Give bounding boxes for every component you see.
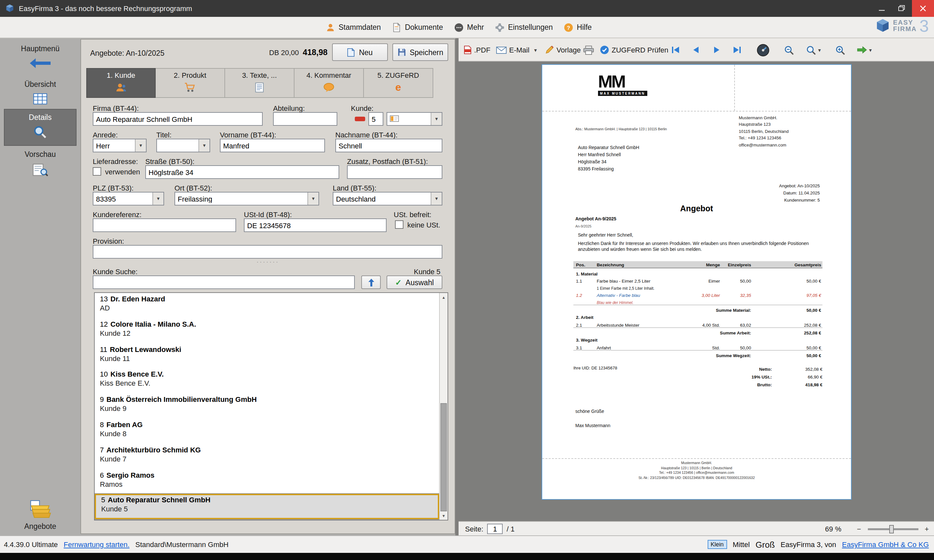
keine-ust-checkbox[interactable] — [395, 220, 404, 229]
list-item[interactable]: 8Farben AGKunde 8 — [95, 419, 439, 444]
list-item[interactable]: 11Robert LewandowskiKunde 11 — [95, 343, 439, 368]
neu-button[interactable]: Neu — [332, 43, 388, 61]
zoom-select-button[interactable]: ▼ — [801, 43, 827, 57]
menu-mehr[interactable]: Mehr — [454, 22, 484, 32]
kunde-number-field[interactable]: 5 — [368, 112, 383, 126]
menu-stammdaten[interactable]: Stammdaten — [325, 22, 381, 32]
splitter-handle[interactable]: ······· — [81, 260, 455, 264]
list-item[interactable]: 12Colore Italia - Milano S.A.Kunde 12 — [95, 318, 439, 343]
tab-label: 1. Kunde — [87, 71, 155, 79]
fontsize-klein-button[interactable]: Klein — [707, 540, 727, 549]
zugferd-check-button[interactable]: ZUGFeRD Prüfen — [600, 42, 668, 58]
kunde-suche-input[interactable] — [93, 275, 355, 289]
zoom-minus-icon[interactable]: − — [857, 525, 861, 533]
zoom-out-button[interactable] — [780, 43, 798, 57]
kundereferenz-label: Kundereferenz: — [93, 211, 142, 218]
menu-dokumente[interactable]: Dokumente — [392, 22, 443, 32]
minimize-button[interactable] — [872, 0, 892, 17]
ustid-input[interactable] — [244, 218, 387, 232]
tab-produkt[interactable]: 2. Produkt — [156, 68, 225, 98]
fontsize-mittel-button[interactable]: Mittel — [733, 540, 750, 548]
first-page-button[interactable] — [666, 43, 684, 57]
email-button[interactable]: E-Mail ▼ — [496, 42, 538, 58]
sidebar-details-item[interactable]: Details — [4, 109, 77, 146]
panel-splitter[interactable] — [455, 38, 459, 535]
close-button[interactable] — [912, 0, 934, 17]
firma-input[interactable] — [93, 112, 263, 126]
tab-zugferd[interactable]: 5. ZUGFeRD e — [364, 68, 433, 98]
previous-page-button[interactable] — [687, 43, 705, 57]
sort-up-button[interactable] — [361, 275, 381, 289]
chevron-down-icon: ▾ — [135, 139, 146, 152]
list-scrollbar[interactable]: ▲ ▼ — [439, 293, 447, 520]
anrede-combo[interactable]: Herr▾ — [93, 139, 146, 152]
tab-kommentar[interactable]: 4. Kommentar — [294, 68, 364, 98]
plz-combo[interactable]: 83395▾ — [93, 192, 164, 205]
provision-input[interactable] — [93, 245, 442, 258]
back-arrow-icon[interactable] — [0, 58, 80, 68]
grid-icon[interactable] — [0, 93, 80, 105]
maximize-button[interactable] — [892, 0, 912, 17]
speichern-button[interactable]: Speichern — [392, 43, 448, 61]
kunde-suche-label: Kunde Suche: — [93, 268, 137, 275]
tab-texte[interactable]: 3. Texte, ... — [225, 68, 294, 98]
angebote-folder-icon[interactable] — [0, 500, 80, 519]
scroll-up-icon[interactable]: ▲ — [440, 293, 447, 302]
land-combo[interactable]: Deutschland▾ — [333, 192, 442, 205]
remove-link-icon[interactable] — [355, 117, 365, 121]
menu-einstellungen[interactable]: Einstellungen — [495, 22, 553, 32]
tab-kunde[interactable]: 1. Kunde — [86, 68, 156, 98]
pdf-export-button[interactable]: .PDF — [464, 42, 490, 58]
list-item[interactable]: 7Architekturbüro Schmid KGKunde 7 — [95, 444, 439, 469]
abteilung-input[interactable] — [273, 112, 337, 126]
envelope-icon — [496, 46, 507, 54]
sidebar-vorschau-label[interactable]: Vorschau — [0, 150, 80, 158]
gauge-icon[interactable] — [754, 43, 772, 57]
vorname-input[interactable] — [220, 139, 325, 152]
page-number-input[interactable] — [487, 523, 502, 534]
zusatz-input[interactable] — [347, 165, 442, 179]
table-header: Pos. Bezeichnung Menge Einzelpreis Gesam… — [573, 261, 822, 268]
zoom-slider-thumb[interactable] — [889, 525, 894, 533]
strasse-input[interactable] — [145, 165, 339, 179]
list-item-selected[interactable]: 5Auto Reparatur Schnell GmbHKunde 5 — [95, 494, 439, 520]
sidebar-uebersicht-label[interactable]: Übersicht — [0, 80, 80, 88]
zusatz-label: Zusatz, Postfach (BT-51): — [347, 157, 428, 165]
scroll-down-icon[interactable]: ▼ — [440, 511, 447, 520]
next-page-button[interactable] — [707, 43, 726, 57]
pdf-page: MM MAX MUSTERMANN Mustermann GmbH.Haupts… — [542, 64, 852, 500]
zugferd-check-icon — [600, 45, 609, 54]
brand-link[interactable]: EasyFirma GmbH & Co KG — [842, 540, 929, 548]
zoom-in-button[interactable] — [831, 43, 849, 57]
last-page-button[interactable] — [728, 43, 746, 57]
doc-subject: Angebot An-9/2025 — [575, 217, 616, 221]
kundereferenz-input[interactable] — [93, 218, 236, 232]
ust-befreit-label: USt. befreit: — [394, 211, 432, 218]
doc-company-block: Mustermann GmbH.Hauptstraße 12310115 Ber… — [739, 115, 789, 148]
auswahl-button[interactable]: ✓ Auswahl — [387, 275, 442, 289]
strasse-label: Straße (BT-50): — [145, 157, 194, 165]
export-button[interactable]: ▼ — [853, 43, 876, 57]
ort-combo[interactable]: Freilassing▾ — [174, 192, 319, 205]
print-button[interactable] — [583, 42, 594, 58]
list-item[interactable]: 13Dr. Eden HazardAD — [95, 293, 439, 318]
fontsize-gross-button[interactable]: Groß — [756, 540, 775, 549]
list-item[interactable]: 6Sergio RamosRamos — [95, 469, 439, 494]
nachname-input[interactable] — [335, 139, 442, 152]
list-item[interactable]: 10Kiss Bence E.V.Kiss Bence E.V. — [95, 368, 439, 394]
list-item[interactable]: 9Bank Österreich Immobilienveraltung Gmb… — [95, 394, 439, 419]
vorlage-button[interactable]: Vorlage — [545, 42, 581, 58]
pdf-toolbar: .PDF E-Mail ▼ Vorlage ZUGFeRD Prüfen — [459, 38, 934, 62]
form-title: Angebote: An-10/2025 — [90, 49, 165, 57]
preview-icon[interactable] — [0, 163, 80, 176]
table-row-sum: Summe Arbeit:252,08 € — [573, 327, 822, 335]
verwenden-checkbox[interactable] — [93, 167, 101, 175]
table-row-group: 3. Wegzeit — [573, 335, 822, 342]
titel-combo[interactable]: ▾ — [156, 139, 210, 152]
fernwartung-link[interactable]: Fernwartung starten. — [63, 540, 129, 548]
kunde-combo[interactable]: ▾ — [387, 112, 442, 126]
menu-hilfe[interactable]: ? Hilfe — [564, 22, 592, 32]
zoom-plus-icon[interactable]: + — [925, 525, 929, 533]
scrollbar-thumb[interactable] — [441, 403, 447, 511]
zoom-slider[interactable] — [868, 528, 918, 530]
